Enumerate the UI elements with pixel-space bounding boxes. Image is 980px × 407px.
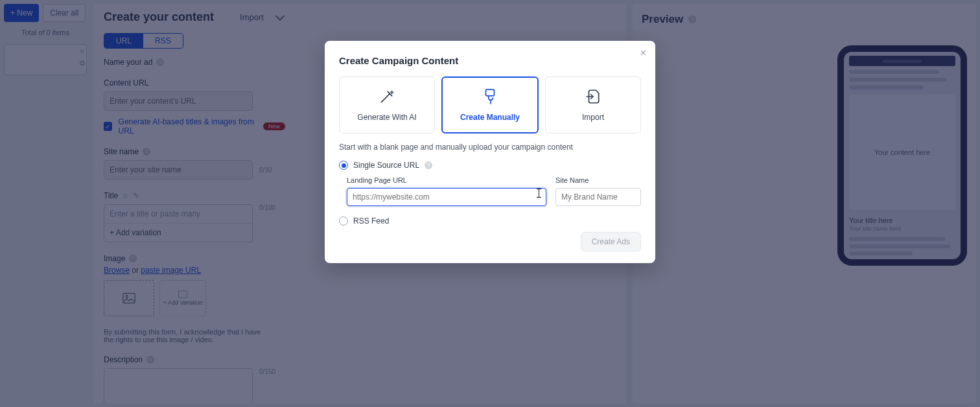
create-ads-button[interactable]: Create Ads [581, 232, 641, 251]
text-cursor-icon [539, 189, 539, 198]
help-icon[interactable]: ? [425, 161, 432, 169]
import-icon [585, 88, 601, 105]
radio-rss-label: RSS Feed [353, 216, 389, 226]
option-manual-label: Create Manually [460, 113, 520, 122]
landing-url-input[interactable] [347, 188, 546, 206]
site-name-label-modal: Site Name [555, 176, 641, 184]
radio-unchecked-icon [339, 216, 348, 226]
option-generate-ai[interactable]: Generate With AI [339, 76, 435, 134]
option-import-label: Import [582, 113, 604, 122]
option-create-manually[interactable]: Create Manually [441, 76, 539, 134]
option-ai-label: Generate With AI [357, 113, 416, 122]
radio-rss-feed[interactable]: RSS Feed [339, 216, 641, 226]
paintbrush-icon [482, 88, 498, 105]
create-campaign-modal: × Create Campaign Content Generate With … [325, 41, 655, 263]
modal-description: Start with a blank page and manually upl… [339, 143, 641, 152]
modal-title: Create Campaign Content [339, 55, 641, 66]
radio-single-label: Single Source URL [353, 161, 419, 170]
site-name-input-modal[interactable] [555, 188, 641, 206]
svg-rect-3 [486, 89, 495, 96]
landing-url-label: Landing Page URL [347, 176, 546, 184]
radio-single-source[interactable]: Single Source URL ? [339, 161, 641, 170]
radio-checked-icon [339, 161, 348, 170]
magic-wand-icon [379, 88, 395, 105]
close-button[interactable]: × [640, 47, 646, 59]
option-import[interactable]: Import [545, 76, 641, 134]
